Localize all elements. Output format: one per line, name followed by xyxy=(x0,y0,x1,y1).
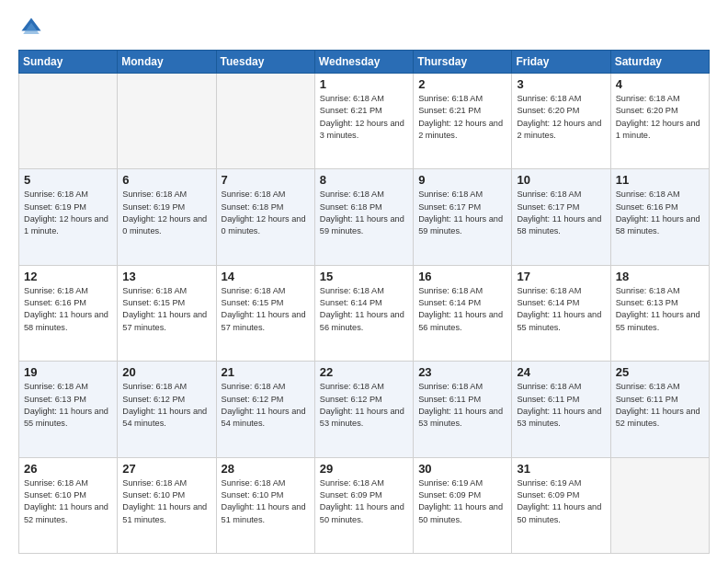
calendar-cell: 26Sunrise: 6:18 AM Sunset: 6:10 PM Dayli… xyxy=(19,457,118,553)
day-info: Sunrise: 6:18 AM Sunset: 6:17 PM Dayligh… xyxy=(517,189,605,237)
day-number: 18 xyxy=(616,270,704,283)
calendar-cell: 4Sunrise: 6:18 AM Sunset: 6:20 PM Daylig… xyxy=(610,74,709,169)
calendar-cell: 9Sunrise: 6:18 AM Sunset: 6:17 PM Daylig… xyxy=(414,169,512,265)
calendar-cell: 31Sunrise: 6:19 AM Sunset: 6:09 PM Dayli… xyxy=(512,457,610,553)
day-info: Sunrise: 6:18 AM Sunset: 6:15 PM Dayligh… xyxy=(222,285,310,334)
day-number: 1 xyxy=(320,77,408,91)
weekday-header: Wednesday xyxy=(314,51,413,74)
calendar-cell: 1Sunrise: 6:18 AM Sunset: 6:21 PM Daylig… xyxy=(314,74,413,169)
day-info: Sunrise: 6:18 AM Sunset: 6:18 PM Dayligh… xyxy=(222,189,310,237)
day-info: Sunrise: 6:18 AM Sunset: 6:12 PM Dayligh… xyxy=(320,381,408,430)
calendar-cell: 12Sunrise: 6:18 AM Sunset: 6:16 PM Dayli… xyxy=(19,265,118,361)
calendar-body: 1Sunrise: 6:18 AM Sunset: 6:21 PM Daylig… xyxy=(19,74,710,554)
calendar-week-row: 5Sunrise: 6:18 AM Sunset: 6:19 PM Daylig… xyxy=(19,169,710,265)
day-number: 19 xyxy=(24,365,112,379)
day-info: Sunrise: 6:18 AM Sunset: 6:21 PM Dayligh… xyxy=(320,93,408,142)
day-number: 30 xyxy=(418,462,506,476)
day-number: 4 xyxy=(616,77,704,91)
calendar-cell: 30Sunrise: 6:19 AM Sunset: 6:09 PM Dayli… xyxy=(414,457,512,553)
calendar-cell: 18Sunrise: 6:18 AM Sunset: 6:13 PM Dayli… xyxy=(610,265,709,361)
day-info: Sunrise: 6:18 AM Sunset: 6:12 PM Dayligh… xyxy=(122,381,210,430)
day-info: Sunrise: 6:18 AM Sunset: 6:10 PM Dayligh… xyxy=(222,477,310,526)
day-number: 24 xyxy=(517,365,605,379)
weekday-header: Monday xyxy=(118,51,216,74)
weekday-header: Tuesday xyxy=(216,51,314,74)
calendar-cell: 5Sunrise: 6:18 AM Sunset: 6:19 PM Daylig… xyxy=(19,169,118,265)
day-number: 25 xyxy=(616,365,704,379)
calendar-header: SundayMondayTuesdayWednesdayThursdayFrid… xyxy=(19,51,710,74)
page: SundayMondayTuesdayWednesdayThursdayFrid… xyxy=(0,0,728,563)
calendar-cell: 20Sunrise: 6:18 AM Sunset: 6:12 PM Dayli… xyxy=(118,362,216,457)
day-info: Sunrise: 6:18 AM Sunset: 6:12 PM Dayligh… xyxy=(222,381,310,430)
calendar-week-row: 1Sunrise: 6:18 AM Sunset: 6:21 PM Daylig… xyxy=(19,74,710,169)
day-number: 6 xyxy=(122,173,210,187)
day-info: Sunrise: 6:18 AM Sunset: 6:19 PM Dayligh… xyxy=(122,189,210,237)
day-info: Sunrise: 6:18 AM Sunset: 6:20 PM Dayligh… xyxy=(616,93,704,142)
weekday-header: Friday xyxy=(512,51,610,74)
calendar-cell: 11Sunrise: 6:18 AM Sunset: 6:16 PM Dayli… xyxy=(610,169,709,265)
day-info: Sunrise: 6:18 AM Sunset: 6:11 PM Dayligh… xyxy=(517,381,605,430)
calendar-cell: 29Sunrise: 6:18 AM Sunset: 6:09 PM Dayli… xyxy=(314,457,413,553)
calendar-cell: 15Sunrise: 6:18 AM Sunset: 6:14 PM Dayli… xyxy=(314,265,413,361)
day-number: 9 xyxy=(418,173,506,187)
calendar-cell: 27Sunrise: 6:18 AM Sunset: 6:10 PM Dayli… xyxy=(118,457,216,553)
day-info: Sunrise: 6:18 AM Sunset: 6:20 PM Dayligh… xyxy=(517,93,605,142)
day-number: 8 xyxy=(320,173,408,187)
day-info: Sunrise: 6:19 AM Sunset: 6:09 PM Dayligh… xyxy=(517,477,605,526)
calendar-cell xyxy=(216,74,314,169)
day-number: 23 xyxy=(418,365,506,379)
day-info: Sunrise: 6:18 AM Sunset: 6:16 PM Dayligh… xyxy=(616,189,704,237)
day-number: 17 xyxy=(517,270,605,283)
calendar-cell xyxy=(118,74,216,169)
calendar-cell xyxy=(19,74,118,169)
calendar-cell: 22Sunrise: 6:18 AM Sunset: 6:12 PM Dayli… xyxy=(314,362,413,457)
day-info: Sunrise: 6:18 AM Sunset: 6:19 PM Dayligh… xyxy=(24,189,112,237)
logo-icon xyxy=(18,15,44,40)
day-number: 21 xyxy=(222,365,310,379)
day-info: Sunrise: 6:18 AM Sunset: 6:13 PM Dayligh… xyxy=(616,285,704,334)
day-info: Sunrise: 6:18 AM Sunset: 6:10 PM Dayligh… xyxy=(24,477,112,526)
logo xyxy=(18,15,48,40)
weekday-header: Thursday xyxy=(414,51,512,74)
day-info: Sunrise: 6:18 AM Sunset: 6:14 PM Dayligh… xyxy=(418,285,506,334)
day-info: Sunrise: 6:18 AM Sunset: 6:16 PM Dayligh… xyxy=(24,285,112,334)
calendar-week-row: 12Sunrise: 6:18 AM Sunset: 6:16 PM Dayli… xyxy=(19,265,710,361)
day-info: Sunrise: 6:19 AM Sunset: 6:09 PM Dayligh… xyxy=(418,477,506,526)
calendar-cell: 28Sunrise: 6:18 AM Sunset: 6:10 PM Dayli… xyxy=(216,457,314,553)
day-info: Sunrise: 6:18 AM Sunset: 6:21 PM Dayligh… xyxy=(418,93,506,142)
calendar-cell xyxy=(610,457,709,553)
day-number: 13 xyxy=(122,270,210,283)
day-info: Sunrise: 6:18 AM Sunset: 6:11 PM Dayligh… xyxy=(616,381,704,430)
calendar-cell: 7Sunrise: 6:18 AM Sunset: 6:18 PM Daylig… xyxy=(216,169,314,265)
day-number: 22 xyxy=(320,365,408,379)
weekday-header: Saturday xyxy=(610,51,709,74)
day-number: 27 xyxy=(122,462,210,476)
calendar-cell: 8Sunrise: 6:18 AM Sunset: 6:18 PM Daylig… xyxy=(314,169,413,265)
calendar-cell: 13Sunrise: 6:18 AM Sunset: 6:15 PM Dayli… xyxy=(118,265,216,361)
day-number: 15 xyxy=(320,270,408,283)
calendar-cell: 21Sunrise: 6:18 AM Sunset: 6:12 PM Dayli… xyxy=(216,362,314,457)
day-info: Sunrise: 6:18 AM Sunset: 6:09 PM Dayligh… xyxy=(320,477,408,526)
calendar-week-row: 26Sunrise: 6:18 AM Sunset: 6:10 PM Dayli… xyxy=(19,457,710,553)
day-info: Sunrise: 6:18 AM Sunset: 6:13 PM Dayligh… xyxy=(24,381,112,430)
day-number: 28 xyxy=(222,462,310,476)
day-number: 14 xyxy=(222,270,310,283)
day-number: 31 xyxy=(517,462,605,476)
calendar-cell: 24Sunrise: 6:18 AM Sunset: 6:11 PM Dayli… xyxy=(512,362,610,457)
calendar-cell: 2Sunrise: 6:18 AM Sunset: 6:21 PM Daylig… xyxy=(414,74,512,169)
calendar-cell: 10Sunrise: 6:18 AM Sunset: 6:17 PM Dayli… xyxy=(512,169,610,265)
calendar-cell: 3Sunrise: 6:18 AM Sunset: 6:20 PM Daylig… xyxy=(512,74,610,169)
calendar-cell: 14Sunrise: 6:18 AM Sunset: 6:15 PM Dayli… xyxy=(216,265,314,361)
calendar-week-row: 19Sunrise: 6:18 AM Sunset: 6:13 PM Dayli… xyxy=(19,362,710,457)
header xyxy=(18,15,710,40)
day-info: Sunrise: 6:18 AM Sunset: 6:10 PM Dayligh… xyxy=(122,477,210,526)
weekday-row: SundayMondayTuesdayWednesdayThursdayFrid… xyxy=(19,51,710,74)
day-number: 2 xyxy=(418,77,506,91)
day-number: 26 xyxy=(24,462,112,476)
day-info: Sunrise: 6:18 AM Sunset: 6:14 PM Dayligh… xyxy=(517,285,605,334)
calendar-cell: 19Sunrise: 6:18 AM Sunset: 6:13 PM Dayli… xyxy=(19,362,118,457)
day-number: 16 xyxy=(418,270,506,283)
weekday-header: Sunday xyxy=(19,51,118,74)
calendar-cell: 17Sunrise: 6:18 AM Sunset: 6:14 PM Dayli… xyxy=(512,265,610,361)
day-number: 10 xyxy=(517,173,605,187)
